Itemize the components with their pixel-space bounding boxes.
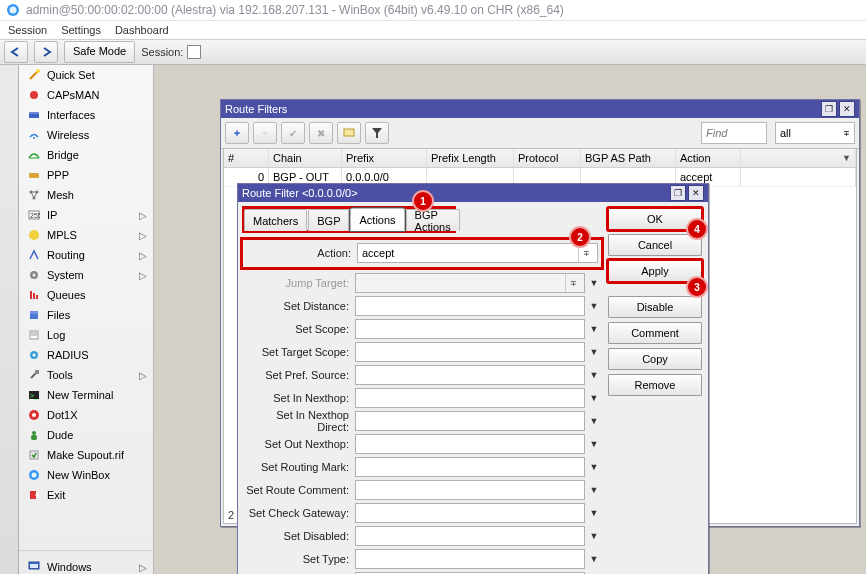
dialog-titlebar[interactable]: Route Filter <0.0.0.0/0> ❐ ✕	[238, 184, 708, 202]
tab-matchers[interactable]: Matchers	[244, 209, 307, 231]
expand-icon[interactable]: ▼	[588, 485, 600, 495]
expand-icon[interactable]: ▼	[588, 278, 600, 288]
sidebar-item-label: PPP	[47, 169, 69, 181]
sidebar-item-windows[interactable]: Windows ▷	[19, 557, 153, 574]
expand-icon[interactable]: ▼	[588, 301, 600, 311]
input-type[interactable]	[355, 549, 585, 569]
chevron-right-icon: ▷	[139, 230, 147, 241]
safe-mode-button[interactable]: Safe Mode	[64, 41, 135, 63]
col-protocol[interactable]: Protocol	[514, 149, 581, 167]
input-distance[interactable]	[355, 296, 585, 316]
find-input[interactable]	[701, 122, 767, 144]
col-bgp-as[interactable]: BGP AS Path	[581, 149, 676, 167]
expand-icon[interactable]: ▼	[588, 416, 600, 426]
comment-button[interactable]	[337, 122, 361, 144]
cancel-button[interactable]: Cancel	[608, 234, 702, 256]
filter-button[interactable]	[365, 122, 389, 144]
sidebar-item-log[interactable]: Log	[19, 325, 153, 345]
sidebar-item-dude[interactable]: Dude	[19, 425, 153, 445]
sidebar-item-new-winbox[interactable]: New WinBox	[19, 465, 153, 485]
session-checkbox[interactable]	[187, 45, 201, 59]
expand-icon[interactable]: ▼	[588, 462, 600, 472]
route-filters-titlebar[interactable]: Route Filters ❐ ✕	[221, 100, 859, 118]
sidebar-item-exit[interactable]: Exit	[19, 485, 153, 505]
sidebar-item-new-terminal[interactable]: >_New Terminal	[19, 385, 153, 405]
remove-button[interactable]: Remove	[608, 374, 702, 396]
sidebar-item-wireless[interactable]: Wireless	[19, 125, 153, 145]
expand-icon[interactable]: ▼	[588, 370, 600, 380]
sidebar-item-radius[interactable]: RADIUS	[19, 345, 153, 365]
filter-scope-select[interactable]: all ∓	[775, 122, 855, 144]
dot1x-icon	[27, 408, 41, 422]
input-target-scope[interactable]	[355, 342, 585, 362]
sidebar-item-ip[interactable]: 255IP▷	[19, 205, 153, 225]
dropdown-icon[interactable]: ∓	[565, 274, 580, 292]
sidebar-item-ppp[interactable]: PPP	[19, 165, 153, 185]
chevron-down-icon[interactable]: ▼	[842, 153, 851, 163]
expand-icon[interactable]: ▼	[588, 554, 600, 564]
input-in-nexthop[interactable]	[355, 388, 585, 408]
sidebar-item-tools[interactable]: Tools▷	[19, 365, 153, 385]
sidebar-item-files[interactable]: Files	[19, 305, 153, 325]
window-close-icon[interactable]: ✕	[839, 101, 855, 117]
input-out-nexthop[interactable]	[355, 434, 585, 454]
sidebar-item-mpls[interactable]: MPLS▷	[19, 225, 153, 245]
expand-icon[interactable]: ▼	[588, 439, 600, 449]
chevron-right-icon: ▷	[139, 562, 147, 573]
sidebar-item-bridge[interactable]: Bridge	[19, 145, 153, 165]
input-routing-mark[interactable]	[355, 457, 585, 477]
sidebar-item-queues[interactable]: Queues	[19, 285, 153, 305]
expand-icon[interactable]: ▼	[588, 324, 600, 334]
input-disabled[interactable]	[355, 526, 585, 546]
window-restore-icon[interactable]: ❐	[821, 101, 837, 117]
ppp-icon	[27, 168, 41, 182]
tab-bgp[interactable]: BGP	[308, 209, 349, 231]
window-close-icon[interactable]: ✕	[688, 185, 704, 201]
input-check-gateway[interactable]	[355, 503, 585, 523]
sidebar-item-routing[interactable]: Routing▷	[19, 245, 153, 265]
expand-icon[interactable]: ▼	[588, 508, 600, 518]
input-scope[interactable]	[355, 319, 585, 339]
svg-rect-5	[29, 112, 39, 114]
sidebar-item-system[interactable]: System▷	[19, 265, 153, 285]
expand-icon[interactable]: ▼	[588, 393, 600, 403]
input-pref-source[interactable]	[355, 365, 585, 385]
menu-settings[interactable]: Settings	[61, 24, 101, 36]
comment-button[interactable]: Comment	[608, 322, 702, 344]
sidebar-item-make-supout-rif[interactable]: Make Supout.rif	[19, 445, 153, 465]
enable-button[interactable]: ✔	[281, 122, 305, 144]
col-prefix-length[interactable]: Prefix Length	[427, 149, 514, 167]
copy-button[interactable]: Copy	[608, 348, 702, 370]
col-chain[interactable]: Chain	[269, 149, 342, 167]
expand-icon[interactable]: ▼	[588, 531, 600, 541]
col-number[interactable]: #	[224, 149, 269, 167]
disable-button[interactable]: ✖	[309, 122, 333, 144]
label-in-nexthop-direct: Set In Nexthop Direct:	[244, 409, 355, 433]
redo-button[interactable]	[34, 41, 58, 63]
sidebar-item-dot1x[interactable]: Dot1X	[19, 405, 153, 425]
supout-icon	[27, 448, 41, 462]
menubar: Session Settings Dashboard	[0, 21, 866, 40]
sidebar-item-interfaces[interactable]: Interfaces	[19, 105, 153, 125]
col-action[interactable]: Action	[676, 149, 741, 167]
sidebar-item-quick-set[interactable]: Quick Set	[19, 65, 153, 85]
remove-button[interactable]: －	[253, 122, 277, 144]
add-button[interactable]: ＋	[225, 122, 249, 144]
tab-actions[interactable]: Actions	[350, 208, 404, 231]
sidebar-item-mesh[interactable]: Mesh	[19, 185, 153, 205]
window-restore-icon[interactable]: ❐	[670, 185, 686, 201]
disable-button[interactable]: Disable	[608, 296, 702, 318]
expand-icon[interactable]: ▼	[588, 347, 600, 357]
menu-session[interactable]: Session	[8, 24, 47, 36]
input-action[interactable]: accept ∓	[357, 243, 598, 263]
col-prefix[interactable]: Prefix	[342, 149, 427, 167]
undo-button[interactable]	[4, 41, 28, 63]
input-jump[interactable]: ∓	[355, 273, 585, 293]
tab-bgp-actions[interactable]: BGP Actions	[406, 209, 460, 231]
input-route-comment[interactable]	[355, 480, 585, 500]
menu-dashboard[interactable]: Dashboard	[115, 24, 169, 36]
input-in-nexthop-direct[interactable]	[355, 411, 585, 431]
sidebar-item-label: Quick Set	[47, 69, 95, 81]
sidebar-item-capsman[interactable]: CAPsMAN	[19, 85, 153, 105]
table-header: # Chain Prefix Prefix Length Protocol BG…	[224, 149, 856, 168]
